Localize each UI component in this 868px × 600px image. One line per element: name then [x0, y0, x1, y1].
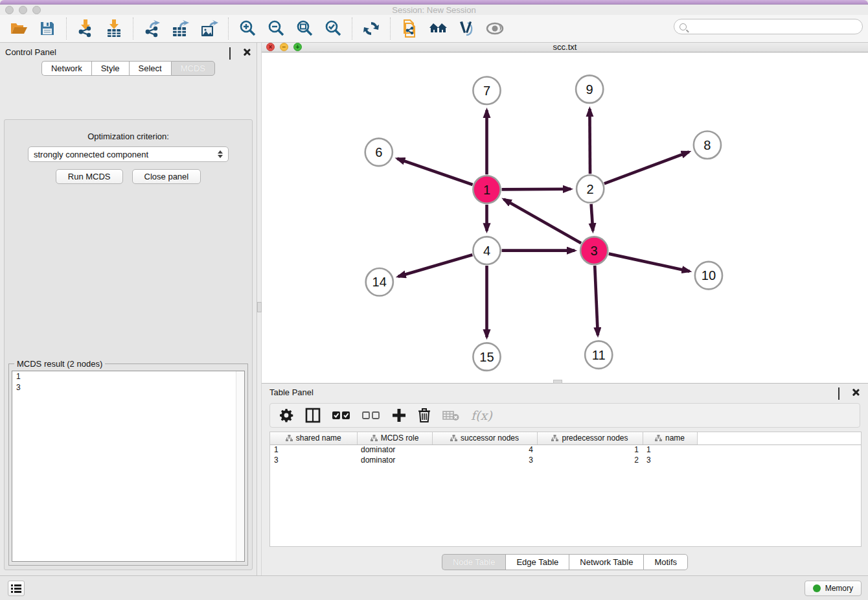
column-type-icon [371, 435, 378, 441]
column-header-name[interactable]: name [643, 432, 697, 444]
graph-node-14[interactable]: 14 [366, 268, 393, 296]
export-table-icon[interactable] [171, 19, 190, 38]
result-scrollbar[interactable] [236, 371, 244, 561]
table-cell[interactable]: 3 [270, 455, 357, 465]
column-header-predecessor-nodes[interactable]: predecessor nodes [537, 432, 643, 444]
tab-network-table[interactable]: Network Table [569, 554, 643, 570]
result-item[interactable]: 1 [12, 371, 244, 382]
edge-2-8[interactable] [604, 152, 689, 183]
hide-panel-icon[interactable] [457, 19, 476, 38]
save-session-icon[interactable] [38, 19, 57, 38]
zoom-out-icon[interactable] [266, 19, 286, 38]
export-network-icon[interactable] [143, 19, 162, 38]
clone-network-icon[interactable] [400, 19, 419, 38]
mcds-tab-content: Optimization criterion: strongly connect… [4, 119, 253, 570]
edge-1-2[interactable] [502, 189, 571, 190]
network-minimize-button[interactable]: − [280, 43, 288, 51]
column-type-icon [450, 435, 457, 441]
graph-node-4[interactable]: 4 [473, 237, 500, 264]
edge-2-9[interactable] [589, 109, 590, 174]
network-maximize-button[interactable]: + [293, 43, 302, 51]
tab-motifs[interactable]: Motifs [643, 554, 688, 570]
mcds-result-list[interactable]: 13 [12, 371, 245, 562]
network-graph[interactable]: 7968124314101511 [262, 52, 868, 383]
zoom-in-icon[interactable] [238, 19, 257, 38]
close-panel-icon[interactable] [243, 48, 251, 56]
tab-mcds[interactable]: MCDS [171, 61, 215, 76]
column-header-MCDS-role[interactable]: MCDS role [357, 432, 432, 444]
table-cell[interactable]: dominator [357, 444, 432, 455]
network-canvas[interactable]: 7968124314101511 [262, 52, 868, 383]
table-cell[interactable]: 3 [643, 455, 697, 465]
edge-2-3[interactable] [591, 204, 593, 231]
edge-1-6[interactable] [397, 159, 472, 185]
table-close-icon[interactable] [852, 388, 860, 397]
create-column-icon[interactable] [392, 407, 406, 424]
import-network-icon[interactable] [76, 19, 95, 38]
float-panel-button[interactable] [229, 48, 238, 56]
show-eye-icon[interactable] [485, 19, 505, 38]
svg-text:9: 9 [586, 82, 593, 97]
export-image-icon[interactable] [200, 19, 219, 38]
graph-node-15[interactable]: 15 [473, 343, 500, 371]
table-row[interactable]: 3dominator323 [270, 455, 861, 465]
tab-select[interactable]: Select [129, 61, 171, 76]
home-pages-icon[interactable] [428, 19, 448, 38]
select-all-columns-icon[interactable] [332, 407, 350, 424]
table-cell[interactable]: dominator [357, 455, 432, 465]
edge-4-14[interactable] [398, 255, 473, 277]
search-input[interactable] [689, 22, 862, 31]
table-cell[interactable]: 4 [432, 444, 537, 455]
unselect-all-columns-icon[interactable] [362, 407, 380, 424]
table-cell[interactable]: 2 [537, 455, 643, 465]
graph-node-7[interactable]: 7 [473, 76, 500, 104]
edge-3-1[interactable] [504, 199, 581, 243]
graph-node-6[interactable]: 6 [365, 138, 393, 166]
graph-node-11[interactable]: 11 [585, 341, 612, 369]
graph-node-9[interactable]: 9 [576, 75, 603, 103]
tab-edge-table[interactable]: Edge Table [505, 554, 569, 570]
table-row[interactable]: 1dominator411 [270, 444, 861, 455]
memory-button[interactable]: Memory [805, 581, 862, 596]
result-item[interactable]: 3 [12, 382, 244, 393]
table-cell[interactable]: 1 [537, 444, 643, 455]
show-panels-list-button[interactable] [8, 581, 25, 596]
window-titlebar: Session: New Session [0, 5, 868, 15]
column-header-successor-nodes[interactable]: successor nodes [432, 432, 537, 444]
tab-node-table[interactable]: Node Table [442, 554, 506, 570]
delete-column-trash-icon[interactable] [418, 407, 431, 424]
zoom-fit-icon[interactable] [295, 19, 314, 38]
tab-style[interactable]: Style [91, 61, 129, 76]
search-field[interactable] [674, 19, 863, 34]
panel-splitter[interactable] [257, 43, 262, 575]
network-window-titlebar[interactable]: × − + scc.txt [262, 43, 868, 52]
refresh-icon[interactable] [361, 19, 381, 38]
graph-node-1[interactable]: 1 [473, 176, 500, 203]
run-mcds-button[interactable]: Run MCDS [56, 169, 123, 184]
column-header-filler [697, 432, 861, 444]
import-table-icon[interactable] [104, 19, 124, 38]
graph-node-3[interactable]: 3 [580, 237, 608, 264]
zoom-selected-icon[interactable] [323, 19, 343, 38]
network-close-button[interactable]: × [266, 43, 275, 51]
tab-network[interactable]: Network [41, 61, 91, 76]
table-settings-gear-icon[interactable] [279, 407, 293, 424]
svg-text:6: 6 [375, 145, 382, 159]
open-file-icon[interactable] [9, 19, 29, 38]
graph-node-2[interactable]: 2 [577, 175, 604, 203]
graph-node-10[interactable]: 10 [695, 262, 722, 290]
graph-node-8[interactable]: 8 [694, 131, 721, 159]
svg-text:8: 8 [703, 138, 711, 152]
column-header-shared-name[interactable]: shared name [270, 432, 357, 444]
column-panel-icon[interactable] [305, 407, 321, 424]
edge-3-10[interactable] [609, 253, 690, 271]
edge-3-11[interactable] [595, 266, 598, 335]
table-cell[interactable]: 3 [432, 455, 537, 465]
splitter-grip[interactable] [257, 302, 262, 312]
criterion-select[interactable]: strongly connected component [28, 146, 229, 162]
svg-text:11: 11 [592, 347, 606, 362]
table-cell[interactable]: 1 [643, 444, 697, 455]
table-float-button[interactable] [838, 388, 847, 397]
close-panel-button[interactable]: Close panel [132, 169, 201, 184]
table-cell[interactable]: 1 [270, 444, 357, 455]
